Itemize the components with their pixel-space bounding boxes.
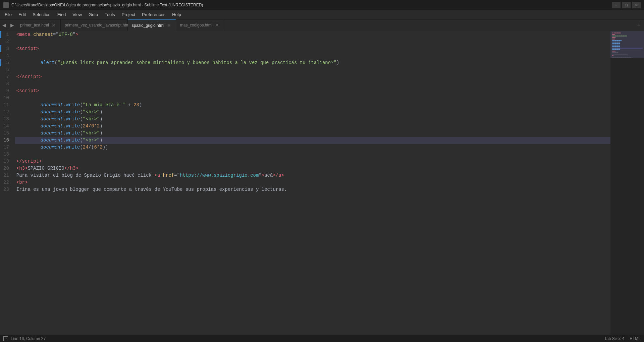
window-controls: − □ ✕ [612,2,641,8]
status-syntax[interactable]: HTML [630,336,641,341]
ln-10: 10 [3,95,12,102]
menu-help[interactable]: Help [169,11,184,18]
status-right: Tab Size: 4 HTML [604,336,641,341]
ln-2: 2 [3,38,12,45]
status-left: ○ Line 16, Column 27 [3,336,46,341]
code-line-8 [15,80,610,88]
editor-container: 1 2 3 4 5 6 7 8 9 10 11 12 13 14 15 16 1… [0,31,644,335]
menu-find[interactable]: Find [54,11,69,18]
ln-13: 13 [3,116,12,123]
ln-8: 8 [3,80,12,88]
ln-4: 4 [3,52,12,59]
menu-project[interactable]: Project [118,11,139,18]
code-line-15: document.write("<br>") [15,130,610,137]
ln-19: 19 [3,158,12,165]
ln-6: 6 [3,66,12,73]
tab-close-spazio[interactable]: ✕ [166,23,172,28]
ln-16: 16 [3,137,12,144]
code-area[interactable]: <meta charset="UTF-8"> <script> alert("¿… [15,31,610,335]
menu-bar: File Edit Selection Find View Goto Tools… [0,10,644,19]
code-line-13: document.write("<br>") [15,116,610,123]
tab-primera-vez[interactable]: primera_vez_usando_javascript.html ✕ [61,19,128,31]
app-icon [3,2,9,8]
maximize-button[interactable]: □ [622,2,631,8]
ln-23: 23 [3,186,12,193]
ln-12: 12 [3,109,12,116]
status-tab-size[interactable]: Tab Size: 4 [604,336,624,341]
code-line-2 [15,38,610,45]
tab-close-mas-codigos[interactable]: ✕ [214,22,220,28]
code-line-10 [15,95,610,102]
code-line-3: <script> [15,45,610,52]
ln-5: 5 [3,59,12,66]
close-button[interactable]: ✕ [632,2,641,8]
title-text: C:\Users\franc\Desktop\ONE\Lógica de pro… [11,3,612,7]
tab-label: spazio_grigio.html [132,23,164,28]
code-line-11: document.write("La mia età è " + 23) [15,102,610,109]
menu-selection[interactable]: Selection [29,11,54,18]
ln-7: 7 [3,73,12,80]
status-bar: ○ Line 16, Column 27 Tab Size: 4 HTML [0,335,644,342]
ln-22: 22 [3,179,12,186]
menu-view[interactable]: View [69,11,85,18]
code-line-22: <br> [15,179,610,186]
code-line-17: document.write(24/(6*2)) [15,144,610,151]
ln-9: 9 [3,88,12,95]
ln-21: 21 [3,172,12,179]
tab-label: primer_test.html [20,23,49,27]
menu-preferences[interactable]: Preferences [139,11,169,18]
tab-prev-button[interactable]: ◀ [0,19,8,31]
tab-primer-test[interactable]: primer_test.html ✕ [16,19,61,31]
code-line-7: </script> [15,73,610,80]
ln-11: 11 [3,102,12,109]
tab-label: mas_codigos.html [180,23,213,27]
minimap-viewport [610,31,644,58]
code-line-4 [15,52,610,59]
status-warning-icon: ○ [3,336,8,341]
menu-edit[interactable]: Edit [15,11,29,18]
new-tab-button[interactable]: + [634,19,644,31]
code-line-20: <h3>SPAZIO GRIGIO</h3> [15,165,610,172]
ln-17: 17 [3,144,12,151]
code-line-19: </script> [15,158,610,165]
menu-tools[interactable]: Tools [101,11,118,18]
ln-18: 18 [3,151,12,158]
ln-14: 14 [3,123,12,130]
ln-1: 1 [3,31,12,38]
code-line-1: <meta charset="UTF-8"> [15,31,610,38]
code-line-23: Irina es una joven blogger que comparte … [15,186,610,193]
ln-15: 15 [3,130,12,137]
ln-3: 3 [3,45,12,52]
code-line-12: document.write("<br>") [15,109,610,116]
code-line-5: alert("¿Estás listx para aprender sobre … [15,59,610,66]
tab-next-button[interactable]: ▶ [8,19,16,31]
code-line-21: Para visitar el blog de Spazio Grigio ha… [15,172,610,179]
tab-label: primera_vez_usando_javascript.html [65,23,130,27]
line-numbers: 1 2 3 4 5 6 7 8 9 10 11 12 13 14 15 16 1… [1,31,15,335]
code-line-14: document.write(24/6*2) [15,123,610,130]
minimap[interactable]: ████ ██████████████████ ████████ ███████… [610,31,644,335]
menu-goto[interactable]: Goto [85,11,101,18]
code-line-18 [15,151,610,158]
code-line-16: document.write("<br>") [15,137,610,144]
code-line-6 [15,66,610,73]
tab-mas-codigos[interactable]: mas_codigos.html ✕ [176,19,224,31]
title-bar: C:\Users\franc\Desktop\ONE\Lógica de pro… [0,0,644,10]
tab-bar: ◀ ▶ primer_test.html ✕ primera_vez_usand… [0,19,644,31]
tab-spazio-grigio[interactable]: spazio_grigio.html ✕ [128,19,176,31]
menu-file[interactable]: File [1,11,15,18]
ln-20: 20 [3,165,12,172]
status-position: Line 16, Column 27 [11,336,46,341]
minimize-button[interactable]: − [612,2,621,8]
code-line-9: <script> [15,88,610,95]
tab-close-primer-test[interactable]: ✕ [51,22,56,28]
